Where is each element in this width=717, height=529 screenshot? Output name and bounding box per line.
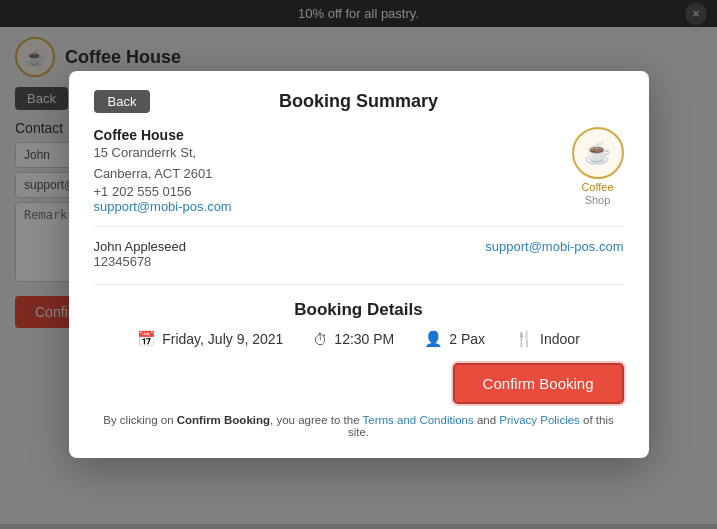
booking-pax-value: 2 Pax: [449, 331, 485, 347]
modal-back-button[interactable]: Back: [94, 90, 151, 113]
venue-address-line1: 15 Coranderrk St,: [94, 143, 232, 164]
terms-text: By clicking on Confirm Booking, you agre…: [94, 414, 624, 438]
booking-pax: 👤 2 Pax: [424, 330, 485, 348]
time-icon: ⏱: [313, 331, 328, 348]
booking-details-section: Booking Details 📅 Friday, July 9, 2021 ⏱…: [94, 300, 624, 348]
seating-icon: 🍴: [515, 330, 534, 348]
logo-circle: ☕: [572, 127, 624, 179]
pax-icon: 👤: [424, 330, 443, 348]
modal-header: Back Booking Summary: [94, 91, 624, 112]
modal-footer: Confirm Booking: [94, 363, 624, 404]
booking-time-value: 12:30 PM: [334, 331, 394, 347]
customer-row: John Appleseed 12345678 support@mobi-pos…: [94, 239, 624, 285]
privacy-policies-link[interactable]: Privacy Policies: [499, 414, 580, 426]
venue-details: Coffee House 15 Coranderrk St, Canberra,…: [94, 127, 232, 215]
venue-name: Coffee House: [94, 127, 232, 143]
venue-phone: +1 202 555 0156: [94, 184, 232, 199]
customer-email: support@mobi-pos.com: [485, 239, 623, 254]
modal-title: Booking Summary: [279, 91, 438, 112]
customer-name: John Appleseed: [94, 239, 187, 254]
booking-date: 📅 Friday, July 9, 2021: [137, 330, 283, 348]
coffeeshop-logo: ☕ Coffee Shop: [572, 127, 624, 207]
customer-id: 12345678: [94, 254, 187, 269]
modal-overlay: Back Booking Summary Coffee House 15 Cor…: [0, 0, 717, 529]
confirm-booking-button[interactable]: Confirm Booking: [453, 363, 624, 404]
terms-conditions-link[interactable]: Terms and Conditions: [363, 414, 474, 426]
customer-info: John Appleseed 12345678: [94, 239, 187, 269]
venue-row: Coffee House 15 Coranderrk St, Canberra,…: [94, 127, 624, 228]
booking-time: ⏱ 12:30 PM: [313, 331, 394, 348]
booking-details-row: 📅 Friday, July 9, 2021 ⏱ 12:30 PM 👤 2 Pa…: [94, 330, 624, 348]
booking-seating: 🍴 Indoor: [515, 330, 580, 348]
booking-seating-value: Indoor: [540, 331, 580, 347]
booking-details-title: Booking Details: [94, 300, 624, 320]
booking-date-value: Friday, July 9, 2021: [162, 331, 283, 347]
venue-address-line2: Canberra, ACT 2601: [94, 164, 232, 185]
calendar-icon: 📅: [137, 330, 156, 348]
logo-text: Coffee Shop: [581, 181, 613, 207]
booking-summary-modal: Back Booking Summary Coffee House 15 Cor…: [69, 71, 649, 459]
venue-email: support@mobi-pos.com: [94, 199, 232, 214]
